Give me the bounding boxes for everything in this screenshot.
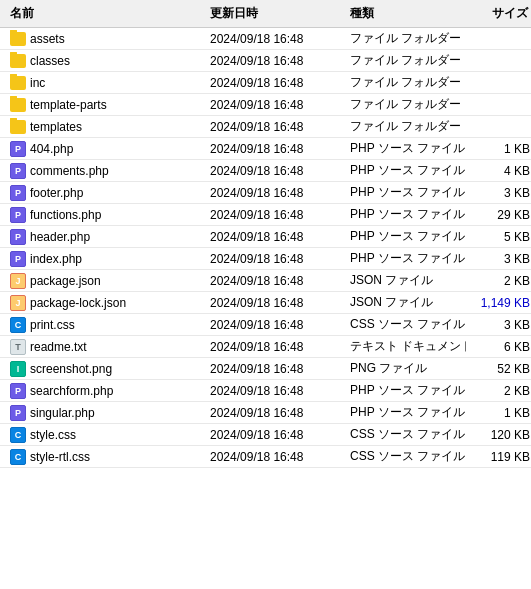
table-row[interactable]: screenshot.png2024/09/18 16:48PNG ファイル52… — [0, 358, 531, 380]
file-size — [466, 126, 531, 128]
file-type: PHP ソース ファイル — [346, 403, 466, 422]
php-icon — [10, 141, 26, 157]
file-date: 2024/09/18 16:48 — [206, 339, 346, 355]
file-type: ファイル フォルダー — [346, 51, 466, 70]
file-type: ファイル フォルダー — [346, 117, 466, 136]
file-date: 2024/09/18 16:48 — [206, 97, 346, 113]
file-type: ファイル フォルダー — [346, 73, 466, 92]
file-date: 2024/09/18 16:48 — [206, 229, 346, 245]
file-name: header.php — [30, 230, 90, 244]
file-name-cell: singular.php — [6, 404, 206, 422]
file-size: 119 KB — [466, 449, 531, 465]
file-size: 2 KB — [466, 273, 531, 289]
file-type: PHP ソース ファイル — [346, 161, 466, 180]
file-name-cell: style.css — [6, 426, 206, 444]
table-row[interactable]: template-parts2024/09/18 16:48ファイル フォルダー — [0, 94, 531, 116]
file-name-cell: package.json — [6, 272, 206, 290]
table-row[interactable]: header.php2024/09/18 16:48PHP ソース ファイル5 … — [0, 226, 531, 248]
table-row[interactable]: style.css2024/09/18 16:48CSS ソース ファイル120… — [0, 424, 531, 446]
file-size — [466, 82, 531, 84]
file-name: package.json — [30, 274, 101, 288]
file-date: 2024/09/18 16:48 — [206, 449, 346, 465]
file-name: screenshot.png — [30, 362, 112, 376]
file-date: 2024/09/18 16:48 — [206, 119, 346, 135]
file-type: ファイル フォルダー — [346, 29, 466, 48]
file-name: package-lock.json — [30, 296, 126, 310]
file-list: 名前 更新日時 種類 サイズ assets2024/09/18 16:48ファイ… — [0, 0, 531, 468]
css-icon — [10, 427, 26, 443]
file-name-cell: readme.txt — [6, 338, 206, 356]
json-icon — [10, 295, 26, 311]
file-name: singular.php — [30, 406, 95, 420]
table-row[interactable]: functions.php2024/09/18 16:48PHP ソース ファイ… — [0, 204, 531, 226]
file-name-cell: print.css — [6, 316, 206, 334]
file-type: PHP ソース ファイル — [346, 227, 466, 246]
table-row[interactable]: templates2024/09/18 16:48ファイル フォルダー — [0, 116, 531, 138]
table-row[interactable]: comments.php2024/09/18 16:48PHP ソース ファイル… — [0, 160, 531, 182]
file-name-cell: assets — [6, 30, 206, 48]
file-name: searchform.php — [30, 384, 113, 398]
file-size: 120 KB — [466, 427, 531, 443]
file-type: PHP ソース ファイル — [346, 205, 466, 224]
file-date: 2024/09/18 16:48 — [206, 295, 346, 311]
header-name: 名前 — [6, 3, 206, 24]
file-name: assets — [30, 32, 65, 46]
file-name: template-parts — [30, 98, 107, 112]
table-row[interactable]: index.php2024/09/18 16:48PHP ソース ファイル3 K… — [0, 248, 531, 270]
file-name-cell: template-parts — [6, 96, 206, 114]
file-name-cell: comments.php — [6, 162, 206, 180]
php-icon — [10, 251, 26, 267]
table-row[interactable]: print.css2024/09/18 16:48CSS ソース ファイル3 K… — [0, 314, 531, 336]
json-icon — [10, 273, 26, 289]
file-type: CSS ソース ファイル — [346, 315, 466, 334]
file-name: index.php — [30, 252, 82, 266]
file-date: 2024/09/18 16:48 — [206, 405, 346, 421]
file-name-cell: classes — [6, 52, 206, 70]
table-row[interactable]: searchform.php2024/09/18 16:48PHP ソース ファ… — [0, 380, 531, 402]
php-icon — [10, 229, 26, 245]
folder-icon — [10, 97, 26, 113]
table-row[interactable]: style-rtl.css2024/09/18 16:48CSS ソース ファイ… — [0, 446, 531, 468]
table-row[interactable]: 404.php2024/09/18 16:48PHP ソース ファイル1 KB — [0, 138, 531, 160]
file-date: 2024/09/18 16:48 — [206, 31, 346, 47]
file-size: 3 KB — [466, 185, 531, 201]
file-size: 6 KB — [466, 339, 531, 355]
table-row[interactable]: inc2024/09/18 16:48ファイル フォルダー — [0, 72, 531, 94]
header-type: 種類 — [346, 3, 466, 24]
php-icon — [10, 383, 26, 399]
php-icon — [10, 163, 26, 179]
file-size — [466, 104, 531, 106]
file-name-cell: header.php — [6, 228, 206, 246]
table-row[interactable]: classes2024/09/18 16:48ファイル フォルダー — [0, 50, 531, 72]
file-name-cell: searchform.php — [6, 382, 206, 400]
table-row[interactable]: singular.php2024/09/18 16:48PHP ソース ファイル… — [0, 402, 531, 424]
file-type: PHP ソース ファイル — [346, 381, 466, 400]
table-row[interactable]: package-lock.json2024/09/18 16:48JSON ファ… — [0, 292, 531, 314]
file-name: style-rtl.css — [30, 450, 90, 464]
file-date: 2024/09/18 16:48 — [206, 163, 346, 179]
file-size: 29 KB — [466, 207, 531, 223]
file-size: 5 KB — [466, 229, 531, 245]
file-date: 2024/09/18 16:48 — [206, 273, 346, 289]
file-name: footer.php — [30, 186, 83, 200]
file-date: 2024/09/18 16:48 — [206, 361, 346, 377]
file-name-cell: inc — [6, 74, 206, 92]
file-type: PHP ソース ファイル — [346, 139, 466, 158]
table-row[interactable]: readme.txt2024/09/18 16:48テキスト ドキュメント6 K… — [0, 336, 531, 358]
file-date: 2024/09/18 16:48 — [206, 251, 346, 267]
table-row[interactable]: package.json2024/09/18 16:48JSON ファイル2 K… — [0, 270, 531, 292]
file-size: 1 KB — [466, 141, 531, 157]
file-name: functions.php — [30, 208, 101, 222]
file-date: 2024/09/18 16:48 — [206, 207, 346, 223]
file-size: 3 KB — [466, 251, 531, 267]
table-row[interactable]: assets2024/09/18 16:48ファイル フォルダー — [0, 28, 531, 50]
file-date: 2024/09/18 16:48 — [206, 317, 346, 333]
file-name: print.css — [30, 318, 75, 332]
php-icon — [10, 405, 26, 421]
file-date: 2024/09/18 16:48 — [206, 383, 346, 399]
file-name-cell: 404.php — [6, 140, 206, 158]
file-size: 1 KB — [466, 405, 531, 421]
table-header: 名前 更新日時 種類 サイズ — [0, 0, 531, 28]
table-row[interactable]: footer.php2024/09/18 16:48PHP ソース ファイル3 … — [0, 182, 531, 204]
file-type: JSON ファイル — [346, 293, 466, 312]
